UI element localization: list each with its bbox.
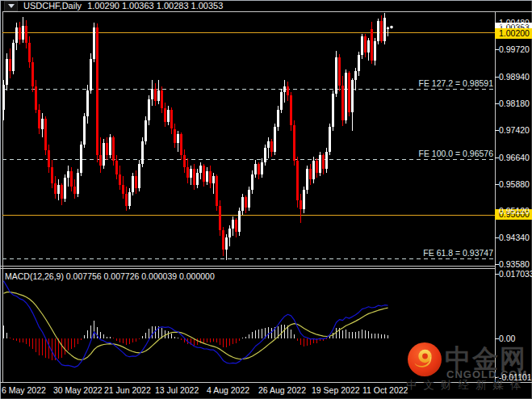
price-tick-label: 0.99720 bbox=[499, 44, 530, 54]
macd-tick-label: 0.00 bbox=[499, 334, 515, 343]
chart-canvas[interactable] bbox=[0, 0, 532, 399]
price-tick-label: 0.98180 bbox=[499, 99, 530, 108]
macd-tick-label: -0.011018 bbox=[499, 372, 532, 382]
date-label: 13 Jul 2022 bbox=[155, 385, 199, 395]
chart-header: USDCHF,Daily 1.00290 1.00363 1.00283 1.0… bbox=[4, 1, 223, 10]
symbol-period-label: USDCHF,Daily bbox=[23, 1, 82, 10]
date-label: 4 Aug 2022 bbox=[207, 385, 249, 395]
fib-label-100[interactable]: FE 100.0 = 0.96576 bbox=[418, 149, 493, 158]
fib-label-127[interactable]: FE 127.2 = 0.98591 bbox=[418, 78, 493, 88]
date-label: 11 Oct 2022 bbox=[362, 385, 408, 395]
price-tick-label: 0.95880 bbox=[499, 179, 530, 189]
date-label: 21 Jun 2022 bbox=[104, 385, 151, 395]
ohlc-values: 1.00290 1.00363 1.00283 1.00353 bbox=[87, 1, 223, 10]
macd-indicator-label: MACD(12,26,9) 0.007756 0.007726 0.000039… bbox=[5, 271, 215, 281]
date-label: 6 May 2022 bbox=[2, 385, 46, 395]
chevron-down-icon bbox=[8, 4, 15, 8]
chart-window: 中金网 CNGOLD.COM.CN 中文财经新媒体 USDCHF,Daily 1… bbox=[0, 0, 532, 399]
upper-line-price-badge: 1.00200 bbox=[495, 28, 532, 39]
fib-label-618[interactable]: FE 61.8 = 0.93747 bbox=[423, 248, 493, 258]
macd-tick-label: 0.017033 bbox=[499, 269, 532, 279]
price-tick-label: 0.93580 bbox=[499, 259, 530, 269]
price-tick-label: 0.98940 bbox=[499, 72, 530, 82]
date-label: 19 Sep 2022 bbox=[312, 385, 360, 395]
symbol-menu-button[interactable] bbox=[4, 1, 18, 11]
date-label: 30 May 2022 bbox=[53, 385, 103, 395]
price-tick-label: 1.00480 bbox=[499, 18, 530, 27]
price-tick-label: 0.96640 bbox=[499, 153, 530, 162]
cngold-logo-icon bbox=[407, 342, 442, 377]
price-tick-label: 0.95120 bbox=[499, 206, 530, 216]
price-tick-label: 0.97420 bbox=[499, 125, 530, 135]
date-label: 26 Aug 2022 bbox=[258, 385, 306, 395]
price-tick-label: 0.94340 bbox=[499, 233, 530, 242]
